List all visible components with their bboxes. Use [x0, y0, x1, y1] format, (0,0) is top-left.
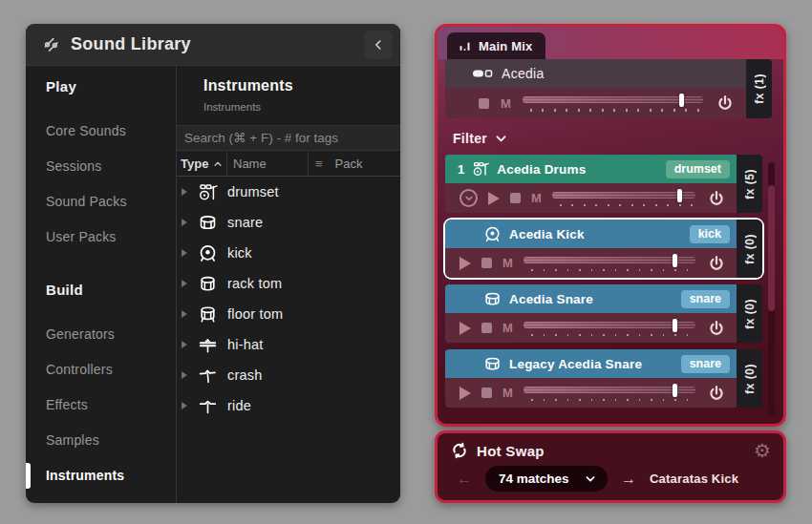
slider-handle[interactable] — [679, 94, 684, 107]
disclosure-triangle-icon[interactable] — [182, 371, 187, 379]
slider-ticks — [531, 334, 694, 337]
stop-button[interactable] — [481, 388, 492, 398]
mute-button[interactable]: M — [501, 96, 511, 111]
gear-icon[interactable]: ⚙ — [754, 441, 771, 460]
master-track-name: Acedia — [502, 66, 545, 81]
disclosure-triangle-icon[interactable] — [182, 402, 187, 409]
fx-tab[interactable]: fx (0) — [737, 349, 762, 408]
pan-knob[interactable] — [708, 190, 725, 207]
table-row-rack-tom[interactable]: rack tom — [177, 268, 400, 299]
disclosure-triangle-icon[interactable] — [182, 249, 187, 257]
stop-button[interactable] — [479, 98, 489, 109]
slider-handle[interactable] — [673, 384, 677, 397]
table-row-hi-hat[interactable]: hi-hat — [177, 329, 400, 360]
chevron-left-icon — [372, 38, 385, 52]
search-input[interactable] — [177, 125, 400, 151]
tab-main-mix[interactable]: Main Mix — [447, 32, 545, 59]
volume-slider[interactable] — [552, 189, 697, 208]
column-menu-icon[interactable]: ≡ — [315, 157, 323, 171]
sidebar-item-generators[interactable]: Generators — [26, 317, 176, 352]
column-header-type[interactable]: Type — [177, 151, 226, 176]
matches-count-label: 74 matches — [499, 472, 569, 486]
sidebar-item-sound-packs[interactable]: Sound Packs — [26, 184, 176, 220]
fx-tab-master[interactable]: fx (1) — [746, 59, 772, 118]
volume-slider[interactable] — [524, 384, 697, 403]
track-name: Acedia Kick — [509, 227, 682, 241]
track-legacy-acedia-snare[interactable]: Legacy Acedia Snare snare M — [445, 349, 762, 408]
slider-handle[interactable] — [677, 189, 682, 202]
previous-match-button[interactable]: ← — [457, 472, 472, 487]
sidebar-item-controllers[interactable]: Controllers — [26, 352, 176, 388]
filter-label: Filter — [453, 131, 487, 146]
stop-button[interactable] — [510, 193, 521, 203]
volume-slider[interactable] — [524, 319, 697, 338]
table-row-ride[interactable]: ride — [177, 390, 400, 421]
filter-toggle[interactable]: Filter — [453, 131, 783, 146]
mute-button[interactable]: M — [531, 191, 542, 205]
slider-handle[interactable] — [673, 254, 677, 267]
table-row-crash[interactable]: crash — [177, 360, 400, 390]
next-match-button[interactable]: → — [621, 472, 636, 487]
stop-button[interactable] — [481, 323, 492, 333]
library-sidebar: Play Core Sounds Sessions Sound Packs Us… — [26, 66, 177, 503]
disclosure-triangle-icon[interactable] — [182, 219, 187, 226]
expand-children-button[interactable] — [459, 189, 478, 207]
track-tag-badge: snare — [681, 290, 730, 308]
fx-tab[interactable]: fx (5) — [737, 155, 762, 213]
table-row-snare[interactable]: snare — [177, 207, 400, 238]
collapse-panel-button[interactable] — [364, 31, 393, 59]
column-header-name[interactable]: Name — [226, 151, 308, 176]
fx-label: fx (0) — [743, 299, 757, 329]
track-name: Acedia Snare — [509, 292, 673, 306]
sidebar-item-effects[interactable]: Effects — [26, 388, 176, 423]
play-button[interactable] — [459, 322, 471, 335]
sidebar-item-user-packs[interactable]: User Packs — [26, 220, 176, 255]
volume-slider[interactable] — [523, 94, 705, 113]
mute-button[interactable]: M — [502, 386, 513, 400]
sidebar-item-samples[interactable]: Samples — [26, 423, 176, 458]
hot-swap-refresh-icon[interactable] — [451, 442, 468, 459]
mute-button[interactable]: M — [502, 256, 513, 270]
disclosure-triangle-icon[interactable] — [182, 310, 187, 318]
play-button[interactable] — [488, 192, 500, 205]
matches-dropdown[interactable]: 74 matches — [485, 466, 608, 492]
stop-button[interactable] — [481, 258, 492, 268]
sidebar-section-build: Build — [26, 281, 176, 300]
sidebar-item-sessions[interactable]: Sessions — [26, 149, 176, 184]
sidebar-item-label: Instruments — [46, 468, 124, 483]
pan-knob[interactable] — [708, 385, 725, 402]
track-header[interactable]: Legacy Acedia Snare snare — [445, 349, 737, 378]
table-row-drumset[interactable]: drumset — [177, 177, 400, 207]
track-acedia-kick[interactable]: Acedia Kick kick M — [445, 220, 762, 278]
table-row-kick[interactable]: kick — [177, 238, 400, 268]
disclosure-triangle-icon[interactable] — [182, 280, 187, 287]
play-button[interactable] — [459, 387, 471, 400]
fx-tab[interactable]: fx (0) — [737, 220, 762, 278]
track-acedia-snare[interactable]: Acedia Snare snare M — [445, 284, 762, 343]
fx-tab[interactable]: fx (0) — [737, 284, 762, 343]
master-track[interactable]: Acedia M — [445, 59, 746, 118]
table-row-floor-tom[interactable]: floor tom — [177, 299, 400, 329]
column-header-pack[interactable]: ≡ Pack — [308, 151, 400, 176]
track-acedia-drums[interactable]: 1 Acedia Drums drumset — [445, 155, 762, 213]
track-header[interactable]: Acedia Kick kick — [445, 220, 737, 248]
volume-slider[interactable] — [524, 254, 697, 273]
row-label: ride — [227, 398, 251, 413]
master-track-header[interactable]: Acedia — [445, 59, 746, 88]
sidebar-item-core-sounds[interactable]: Core Sounds — [26, 114, 176, 149]
pan-knob[interactable] — [708, 255, 725, 272]
track-header[interactable]: Acedia Snare snare — [445, 284, 737, 313]
track-header[interactable]: 1 Acedia Drums drumset — [445, 155, 737, 183]
pan-knob[interactable] — [708, 320, 725, 337]
pan-knob[interactable] — [716, 94, 734, 112]
disclosure-triangle-icon[interactable] — [182, 188, 187, 196]
play-button[interactable] — [459, 257, 471, 270]
track-list-scrollbar[interactable] — [768, 162, 775, 415]
scrollbar-thumb[interactable] — [768, 185, 775, 311]
row-label: floor tom — [227, 306, 283, 322]
mute-button[interactable]: M — [502, 321, 513, 335]
sidebar-item-instruments[interactable]: Instruments — [26, 458, 176, 493]
track-controls: M — [445, 248, 737, 278]
disclosure-triangle-icon[interactable] — [182, 341, 187, 348]
slider-handle[interactable] — [673, 319, 677, 332]
